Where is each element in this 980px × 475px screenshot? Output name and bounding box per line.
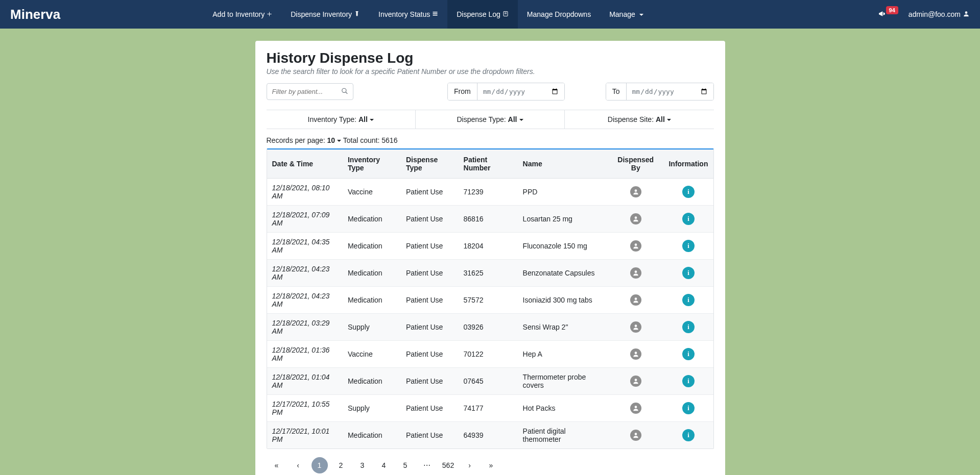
page-5[interactable]: 5 [397,457,414,473]
filter-dispense-type[interactable]: Dispense Type: All [416,110,565,129]
cell-datetime: 12/18/2021, 04:35 AM [267,233,343,260]
avatar-icon[interactable] [630,240,641,252]
filter-dispense-site-value: All [656,115,671,123]
cell-information: i [663,341,713,368]
page-ellipsis[interactable]: ⋯ [419,457,435,473]
cell-patient: 31625 [459,260,518,287]
cell-disp-type: Patient Use [401,368,459,395]
filter-dispense-site[interactable]: Dispense Site: All [565,110,713,129]
info-button[interactable]: i [682,321,695,333]
cell-name: Benzonatate Capsules [518,260,608,287]
svg-rect-1 [433,13,438,14]
page-4[interactable]: 4 [376,457,392,473]
avatar-icon[interactable] [630,348,641,360]
cell-patient: 18204 [459,233,518,260]
page-2[interactable]: 2 [333,457,349,473]
svg-point-18 [634,433,637,435]
cell-disp-type: Patient Use [401,422,459,449]
avatar-icon[interactable] [630,430,641,441]
caret-icon [637,10,643,18]
svg-rect-2 [433,15,438,16]
filter-row: From To [267,83,714,101]
info-button[interactable]: i [682,429,695,441]
user-menu[interactable]: admin@foo.com [909,10,970,19]
cell-patient: 07645 [459,368,518,395]
nav-item-add-to-inventory[interactable]: Add to Inventory [203,0,281,29]
filter-inventory-type[interactable]: Inventory Type: All [267,110,416,129]
table-header: Inventory Type [343,149,401,179]
table-row: 12/18/2021, 08:10 AMVaccinePatient Use71… [267,179,713,206]
cell-information: i [663,395,713,422]
nav-item-label: Manage [609,10,635,18]
avatar-icon[interactable] [630,403,641,414]
info-button[interactable]: i [682,186,695,198]
nav-item-manage[interactable]: Manage [600,0,653,29]
nav-right: 94 admin@foo.com [878,10,970,19]
cell-inv-type: Medication [343,368,401,395]
cell-information: i [663,179,713,206]
info-button[interactable]: i [682,375,695,387]
cell-disp-type: Patient Use [401,341,459,368]
page-first[interactable]: « [269,457,285,473]
cell-patient: 86816 [459,206,518,233]
cell-disp-type: Patient Use [401,395,459,422]
cell-datetime: 12/18/2021, 04:23 AM [267,287,343,314]
cell-dispensed-by [608,395,663,422]
page-last[interactable]: » [483,457,499,473]
info-button[interactable]: i [682,402,695,414]
cell-disp-type: Patient Use [401,233,459,260]
info-button[interactable]: i [682,213,695,225]
cell-information: i [663,368,713,395]
info-button[interactable]: i [682,240,695,252]
cell-patient: 74177 [459,395,518,422]
nav-item-label: Dispense Inventory [291,10,352,18]
cell-inv-type: Supply [343,314,401,341]
info-button[interactable]: i [682,348,695,360]
page-3[interactable]: 3 [354,457,371,473]
per-page-dropdown[interactable]: 10 [327,136,342,144]
page-last-num[interactable]: 562 [440,457,457,473]
avatar-icon[interactable] [630,376,641,387]
info-button[interactable]: i [682,294,695,306]
cell-dispensed-by [608,206,663,233]
nav-item-inventory-status[interactable]: Inventory Status [369,0,447,29]
brand[interactable]: Minerva [10,7,60,22]
avatar-icon[interactable] [630,186,641,197]
cell-name: PPD [518,179,608,206]
avatar-icon[interactable] [630,321,641,333]
nav-item-dispense-log[interactable]: Dispense Log [447,0,518,29]
cell-information: i [663,314,713,341]
nav-item-manage-dropdowns[interactable]: Manage Dropdowns [518,0,600,29]
cell-information: i [663,260,713,287]
table-header: Patient Number [459,149,518,179]
cell-datetime: 12/18/2021, 04:23 AM [267,260,343,287]
page-prev[interactable]: ‹ [290,457,306,473]
page-1[interactable]: 1 [312,457,328,473]
avatar-icon[interactable] [630,213,641,224]
cell-inv-type: Supply [343,395,401,422]
notifications-button[interactable]: 94 [878,10,900,19]
cell-name: Hot Packs [518,395,608,422]
total-count: 5616 [381,136,397,144]
avatar-icon[interactable] [630,294,641,306]
page-next[interactable]: › [462,457,478,473]
navbar: Minerva Add to InventoryDispense Invento… [0,0,980,29]
search-input[interactable] [267,83,353,100]
cell-name: Sensi Wrap 2" [518,314,608,341]
cell-patient: 71239 [459,179,518,206]
cell-disp-type: Patient Use [401,260,459,287]
dispense-log-table: Date & TimeInventory TypeDispense TypePa… [267,149,713,448]
cell-disp-type: Patient Use [401,206,459,233]
table-row: 12/18/2021, 03:29 AMSupplyPatient Use039… [267,314,713,341]
info-button[interactable]: i [682,267,695,279]
cell-datetime: 12/17/2021, 10:01 PM [267,422,343,449]
main-container: History Dispense Log Use the search filt… [255,41,725,475]
date-from-input[interactable] [477,83,564,100]
svg-point-16 [634,379,637,381]
date-to-group: To [606,83,714,101]
date-from-label: From [448,83,477,100]
nav-item-dispense-inventory[interactable]: Dispense Inventory [281,0,369,29]
date-to-input[interactable] [627,83,713,100]
avatar-icon[interactable] [630,267,641,279]
svg-point-9 [634,189,637,192]
